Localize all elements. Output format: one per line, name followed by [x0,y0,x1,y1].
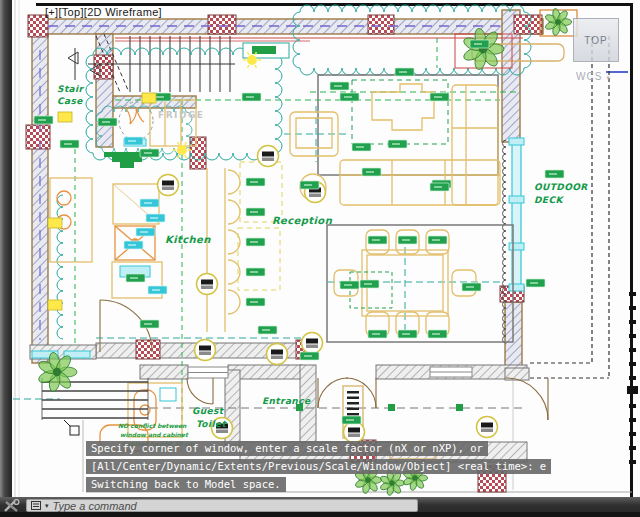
paper-edge [15,0,19,500]
label-fridge: FRIDGE [158,110,204,120]
boundary-dashed-lines [530,36,609,378]
viewcube-wcs-menu[interactable]: WCS ▾ [576,71,611,82]
door-arcs [100,300,548,420]
label-kitchen: Kitchen [165,234,211,245]
revision-clouds [57,5,531,339]
ucs-marker [64,420,79,435]
chevron-down-icon: ▾ [606,74,611,81]
drawing-canvas[interactable]: Stair Case FRIDGE Kitchen Reception OUTD… [12,0,640,500]
note-line-2: window and cabinet [120,431,189,438]
command-list-icon [31,501,41,510]
floor-plan: Stair Case FRIDGE Kitchen Reception OUTD… [12,0,640,500]
wiring-dashed-lines [13,38,527,440]
command-history-line-3: Switching back to Model space. [86,477,286,492]
note-line-1: NO conflict between [118,422,187,429]
label-reception: Reception [272,215,333,227]
chevron-down-icon: ▾ [45,502,49,510]
command-input[interactable]: ▾ Type a command [26,499,418,512]
label-deck-1: OUTDOOR [534,182,588,192]
customization-icon[interactable] [3,499,21,513]
label-toilet-2: Toilet [196,419,227,429]
viewcube-top-face[interactable]: TOP [573,18,619,62]
wcs-label: WCS [576,71,602,82]
label-entrance: Entrance [262,396,311,406]
window-bottom-edge [0,512,640,517]
label-deck-2: DECK [534,195,564,205]
command-history-line-1: Specify corner of window, enter a scale … [86,441,488,456]
dashed-zones [238,80,448,308]
command-history-line-2: [All/Center/Dynamic/Extents/Previous/Sca… [86,459,551,474]
label-stair-2: Case [57,96,83,106]
rug-outlines [318,75,513,342]
autocad-window: Stair Case FRIDGE Kitchen Reception OUTD… [0,0,640,517]
label-stair-1: Stair [57,84,85,94]
command-placeholder: Type a command [53,500,137,512]
app-left-edge [0,0,12,517]
viewport-controls[interactable]: [+][Top][2D Wireframe] [45,6,162,18]
label-toilet-1: Guest [192,406,225,416]
